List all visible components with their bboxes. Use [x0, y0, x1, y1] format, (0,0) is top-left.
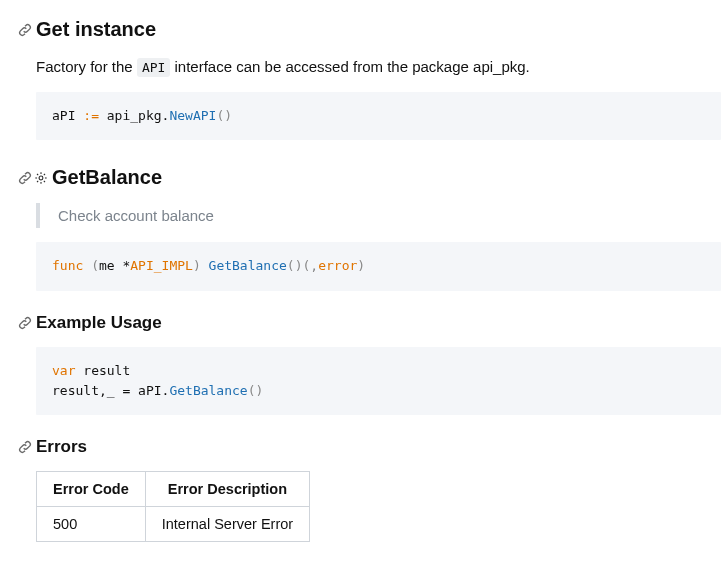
- code-block-get-instance: aPI := api_pkg.NewAPI(): [36, 92, 721, 140]
- note-get-balance: Check account balance: [36, 203, 721, 228]
- code-pkg: api_pkg.: [99, 108, 169, 123]
- code-assign-op: :=: [83, 108, 99, 123]
- heading-example-usage: Example Usage: [18, 313, 721, 333]
- code-fn: NewAPI: [169, 108, 216, 123]
- code-block-example: var result result,_ = aPI.GetBalance(): [36, 347, 721, 415]
- code-parens: (): [216, 108, 232, 123]
- code-type: API_IMPL: [130, 258, 193, 273]
- heading-text: Example Usage: [36, 313, 162, 333]
- table-header-code: Error Code: [37, 471, 146, 506]
- heading-text: Get instance: [36, 18, 156, 41]
- table-header-row: Error Code Error Description: [37, 471, 310, 506]
- svg-point-0: [39, 176, 43, 180]
- anchor-link-icon[interactable]: [18, 316, 32, 330]
- table-header-desc: Error Description: [145, 471, 309, 506]
- code-sig1: ()(,: [287, 258, 318, 273]
- heading-text: GetBalance: [52, 166, 162, 189]
- code-parens: (): [248, 383, 264, 398]
- table-cell-desc: Internal Server Error: [145, 506, 309, 541]
- code-open: (: [83, 258, 99, 273]
- anchor-link-icon[interactable]: [18, 23, 32, 37]
- code-close-recv: ): [193, 258, 209, 273]
- anchor-link-icon[interactable]: [18, 440, 32, 454]
- get-instance-description: Factory for the API interface can be acc…: [36, 55, 721, 78]
- heading-text: Errors: [36, 437, 87, 457]
- note-text: Check account balance: [58, 207, 214, 224]
- gear-icon: [34, 171, 48, 185]
- inline-code-api: API: [137, 58, 170, 77]
- heading-get-instance: Get instance: [18, 18, 721, 41]
- errors-table: Error Code Error Description 500 Interna…: [36, 471, 310, 542]
- heading-errors: Errors: [18, 437, 721, 457]
- desc-text-post: interface can be accessed from the packa…: [170, 58, 529, 75]
- table-cell-code: 500: [37, 506, 146, 541]
- desc-text-pre: Factory for the: [36, 58, 137, 75]
- code-var: aPI: [52, 108, 75, 123]
- code-fn: GetBalance: [169, 383, 247, 398]
- code-err: error: [318, 258, 357, 273]
- heading-get-balance: GetBalance: [18, 166, 721, 189]
- code-kw: func: [52, 258, 83, 273]
- code-fn: GetBalance: [209, 258, 287, 273]
- table-row: 500 Internal Server Error: [37, 506, 310, 541]
- anchor-link-icon[interactable]: [18, 171, 32, 185]
- code-block-get-balance: func (me *API_IMPL) GetBalance()(,error): [36, 242, 721, 290]
- code-kw: var: [52, 363, 75, 378]
- code-sig2: ): [357, 258, 365, 273]
- code-recv: me *: [99, 258, 130, 273]
